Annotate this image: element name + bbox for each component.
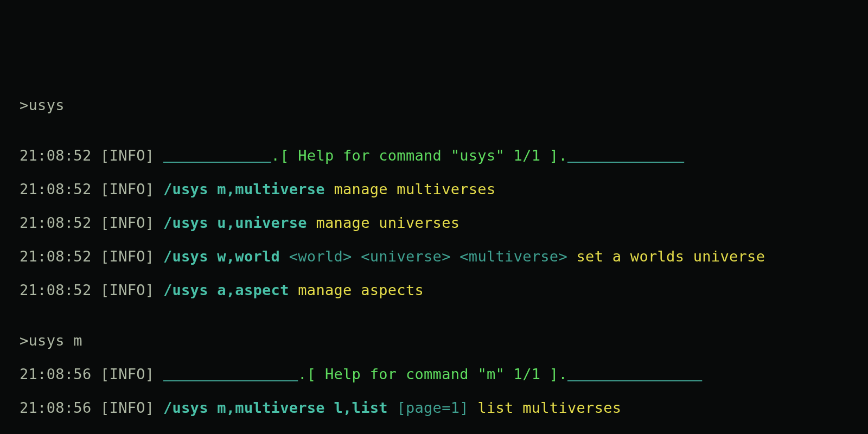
log-line: 21:08:52 [INFO] /usys u,universe manage … (20, 214, 857, 231)
help-header-title: Help for command "m" 1/1 (325, 366, 540, 382)
prompt-line[interactable]: >usys (20, 97, 857, 113)
info-tag: [INFO] (100, 147, 154, 164)
arg: [page=1] (397, 399, 468, 416)
help-header-title: Help for command "usys" 1/1 (298, 147, 540, 164)
arg: <world> (289, 248, 352, 265)
command-path: /usys u,universe (163, 214, 307, 231)
prompt-line[interactable]: >usys m (20, 332, 857, 349)
log-line: 21:08:52 [INFO] /usys a,aspect manage as… (20, 282, 857, 298)
command-text: usys m (29, 332, 82, 349)
prompt-char: > (20, 97, 29, 113)
arg: <universe> (361, 248, 451, 265)
prompt-char: > (20, 332, 29, 349)
subcommand: l,list (334, 399, 387, 416)
terminal-output: >usys 21:08:52 [INFO] .[ Help for comman… (0, 0, 868, 434)
description: manage universes (316, 214, 459, 231)
log-line: 21:08:52 [INFO] /usys m,multiverse manag… (20, 181, 857, 197)
timestamp: 21:08:52 (20, 147, 91, 164)
log-line: 21:08:56 [INFO] /usys m,multiverse l,lis… (20, 399, 857, 416)
description: manage aspects (298, 282, 424, 298)
command-text: usys (29, 97, 65, 113)
log-line: 21:08:52 [INFO] .[ Help for command "usy… (20, 147, 857, 164)
log-line: 21:08:56 [INFO] .[ Help for command "m" … (20, 366, 857, 382)
description: manage multiverses (334, 181, 495, 197)
command-path: /usys a,aspect (163, 282, 289, 298)
log-line: 21:08:52 [INFO] /usys w,world <world> <u… (20, 248, 857, 265)
command-path: /usys m,multiverse (163, 399, 325, 416)
command-path: /usys w,world (163, 248, 280, 265)
description: set a worlds universe (577, 248, 765, 265)
command-path: /usys m,multiverse (163, 181, 325, 197)
arg: <multiverse> (459, 248, 567, 265)
description: list multiverses (477, 399, 621, 416)
